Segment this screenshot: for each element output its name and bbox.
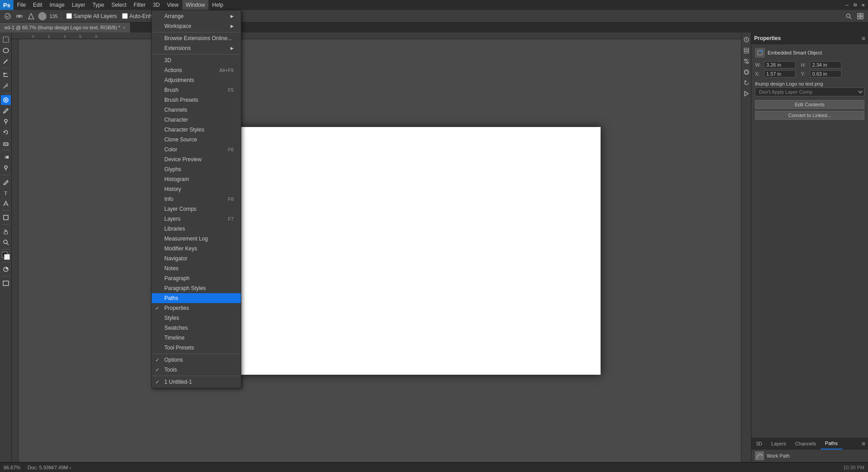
tool-pen[interactable] — [1, 177, 11, 187]
properties-icon[interactable] — [742, 35, 751, 44]
menu-item-layer-comps[interactable]: Layer Comps — [152, 204, 241, 214]
menu-file[interactable]: File — [14, 0, 29, 10]
menu-item-paragraph-styles[interactable]: Paragraph Styles — [152, 283, 241, 293]
menu-filter[interactable]: Filter — [130, 0, 149, 10]
tool-crop[interactable] — [1, 70, 11, 80]
tool-history-brush[interactable] — [1, 127, 11, 137]
arrange-button[interactable] — [855, 11, 866, 21]
document-tab[interactable]: ed-1 @ 66.7% (thump design Logo no text,… — [0, 23, 131, 32]
tool-screen-mode[interactable] — [1, 278, 11, 288]
menu-item-libraries[interactable]: Libraries — [152, 224, 241, 234]
tool-lasso[interactable] — [1, 45, 11, 55]
layers-icon[interactable] — [742, 46, 751, 55]
menu-item-3d[interactable]: 3D — [152, 55, 241, 65]
menu-item-brush[interactable]: Brush F5 — [152, 85, 241, 95]
path-item-work-path[interactable]: Work Path — [751, 449, 868, 462]
menu-item-device-preview[interactable]: Device Preview — [152, 154, 241, 164]
menu-item-color[interactable]: Color F6 — [152, 145, 241, 154]
menu-view[interactable]: View — [163, 0, 182, 10]
tool-shape[interactable] — [1, 213, 11, 222]
restore-button[interactable]: ⧉ — [852, 2, 858, 8]
adjustments-icon[interactable] — [742, 57, 751, 66]
menu-item-actions[interactable]: Actions Alt+F9 — [152, 65, 241, 75]
menu-item-extensions[interactable]: Extensions — [152, 43, 241, 53]
tool-magic-wand[interactable] — [1, 56, 11, 66]
close-button[interactable]: ✕ — [860, 2, 866, 8]
tool-clone-stamp[interactable] — [1, 117, 11, 127]
menu-item-options[interactable]: Options — [152, 355, 241, 365]
tool-option-3[interactable] — [26, 11, 36, 21]
menu-item-adjustments[interactable]: Adjustments — [152, 75, 241, 85]
y-input[interactable] — [810, 70, 841, 77]
menu-type[interactable]: Type — [89, 0, 108, 10]
menu-item-paragraph[interactable]: Paragraph — [152, 273, 241, 283]
doc-info-arrow[interactable]: › — [69, 465, 71, 470]
menu-item-tool-presets[interactable]: Tool Presets — [152, 343, 241, 353]
convert-linked-button[interactable]: Convert to Linked... — [755, 111, 864, 120]
menu-item-navigator[interactable]: Navigator — [152, 254, 241, 263]
tab-layers[interactable]: Layers — [767, 438, 791, 449]
width-input[interactable] — [764, 61, 796, 68]
styles-icon[interactable] — [742, 68, 751, 77]
tool-eraser[interactable] — [1, 138, 11, 148]
menu-image[interactable]: Image — [46, 0, 68, 10]
menu-item-brush-presets[interactable]: Brush Presets — [152, 95, 241, 105]
tab-3d[interactable]: 3D — [751, 438, 767, 449]
canvas-content[interactable] — [18, 39, 741, 462]
menu-item-arrange[interactable]: Arrange — [152, 11, 241, 21]
layer-comp-select[interactable]: Don't Apply Layer Comp — [755, 87, 864, 96]
menu-item-properties[interactable]: Properties — [152, 303, 241, 313]
tool-healing[interactable] — [1, 95, 11, 105]
foreground-background-colors[interactable] — [2, 252, 10, 260]
menu-item-modifier-keys[interactable]: Modifier Keys — [152, 244, 241, 254]
window-dropdown-menu[interactable]: Arrange Workspace Browse Extensions Onli… — [151, 10, 241, 388]
tool-option-2[interactable] — [14, 11, 25, 21]
sample-all-layers-toggle[interactable]: Sample All Layers — [66, 13, 117, 19]
menu-item-histogram[interactable]: Histogram — [152, 174, 241, 184]
tab-paths[interactable]: Paths — [821, 438, 842, 449]
tool-brush[interactable] — [1, 106, 11, 116]
menu-help[interactable]: Help — [208, 0, 227, 10]
brush-color-picker[interactable] — [38, 12, 46, 20]
menu-item-notes[interactable]: Notes — [152, 263, 241, 273]
sample-all-layers-checkbox[interactable] — [66, 13, 72, 19]
tool-type[interactable]: T — [1, 188, 11, 198]
menu-item-browse-extensions[interactable]: Browse Extensions Online... — [152, 33, 241, 43]
menu-3d[interactable]: 3D — [149, 0, 163, 10]
menu-item-paths[interactable]: Paths — [152, 293, 241, 303]
height-input[interactable] — [810, 61, 841, 68]
tool-path-selection[interactable] — [1, 199, 11, 209]
menu-item-channels[interactable]: Channels — [152, 105, 241, 115]
tool-quick-mask[interactable] — [1, 264, 11, 274]
tool-eyedropper[interactable] — [1, 81, 11, 91]
menu-item-info[interactable]: Info F8 — [152, 194, 241, 204]
menu-item-styles[interactable]: Styles — [152, 313, 241, 323]
menu-layer[interactable]: Layer — [68, 0, 89, 10]
menu-item-character-styles[interactable]: Character Styles — [152, 125, 241, 135]
menu-item-timeline[interactable]: Timeline — [152, 333, 241, 343]
auto-enhance-checkbox[interactable] — [122, 13, 128, 19]
menu-item-tools[interactable]: Tools — [152, 365, 241, 375]
menu-item-swatches[interactable]: Swatches — [152, 323, 241, 333]
menu-window[interactable]: Window — [182, 0, 209, 10]
right-panel-menu-button[interactable]: ≡ — [859, 440, 868, 447]
menu-edit[interactable]: Edit — [29, 0, 46, 10]
tool-hand[interactable] — [1, 227, 11, 236]
menu-item-workspace[interactable]: Workspace — [152, 21, 241, 31]
menu-item-glyphs[interactable]: Glyphs — [152, 164, 241, 174]
tool-gradient[interactable] — [1, 152, 11, 162]
tool-marquee[interactable] — [1, 35, 11, 45]
x-input[interactable] — [764, 70, 796, 77]
background-color[interactable] — [4, 254, 10, 260]
menu-select[interactable]: Select — [108, 0, 130, 10]
menu-item-character[interactable]: Character — [152, 115, 241, 125]
tool-zoom[interactable] — [1, 237, 11, 247]
tool-dodge[interactable] — [1, 163, 11, 173]
menu-item-measurement-log[interactable]: Measurement Log — [152, 234, 241, 244]
tab-channels[interactable]: Channels — [791, 438, 820, 449]
properties-menu-icon[interactable]: ≡ — [862, 35, 865, 42]
menu-item-clone-source[interactable]: Clone Source — [152, 135, 241, 145]
tool-option-1[interactable] — [2, 11, 13, 21]
minimize-button[interactable]: ─ — [844, 2, 850, 8]
menu-item-untitled-1[interactable]: 1 Untitled-1 — [152, 377, 241, 387]
